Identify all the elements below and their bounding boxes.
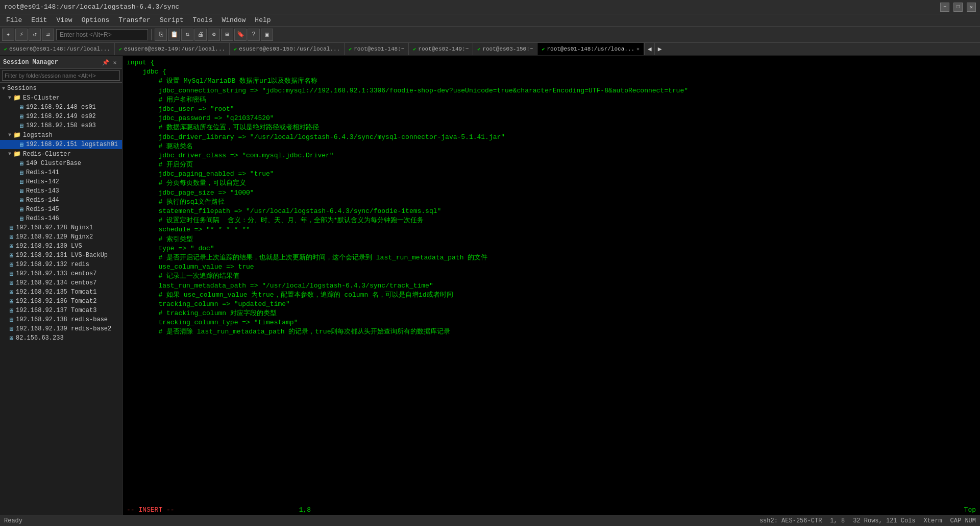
session-redis144[interactable]: 🖥 Redis-144 xyxy=(0,196,122,205)
centos7b-label: 192.168.92.134 centos7 xyxy=(16,279,96,286)
session-es01[interactable]: 🖥 192.168.92.148 es01 xyxy=(0,103,122,112)
toolbar-print-btn[interactable]: 🖨 xyxy=(194,29,207,41)
es02-icon: 🖥 xyxy=(18,113,24,120)
redis-base2-icon: 🖥 xyxy=(8,326,14,332)
session-tomcat1[interactable]: 🖥 192.168.92.135 Tomcat1 xyxy=(0,288,122,297)
terminal-content[interactable]: input { jdbc { # 设置 MySql/MariaDB 数据库url… xyxy=(122,56,980,505)
sidebar: Session Manager 📌 ✕ ▼ Sessions ▼ 📁 ES-Cl… xyxy=(0,56,122,515)
toolbar-flash-btn[interactable]: ⚡ xyxy=(15,29,28,41)
toolbar-connect-btn[interactable]: ⇄ xyxy=(42,29,54,41)
toolbar: ✦ ⚡ ↺ ⇄ ⎘ 📋 ⇅ 🖨 ⚙ ⊞ 🔖 ? ▣ xyxy=(0,27,980,43)
session-nginx1[interactable]: 🖥 192.168.92.128 Nginx1 xyxy=(0,223,122,232)
redis-base2-label: 192.168.92.139 redis-base2 xyxy=(16,325,111,332)
toolbar-copy-btn[interactable]: ⎘ xyxy=(155,29,167,41)
sessions-arrow: ▼ xyxy=(2,86,5,91)
menu-file[interactable]: File xyxy=(2,15,26,25)
menu-window[interactable]: Window xyxy=(218,15,250,25)
redis145-icon: 🖥 xyxy=(18,206,24,213)
group-logstash[interactable]: ▼ 📁 logstash xyxy=(0,130,122,140)
tab-scroll-left[interactable]: ◀ xyxy=(644,43,654,55)
maximize-button[interactable]: □ xyxy=(953,3,963,12)
82-icon: 🖥 xyxy=(8,335,14,342)
tab-1[interactable]: ✔ esuser6@es02-149:/usr/local... xyxy=(115,43,230,55)
toolbar-icon-group-left: ✦ ⚡ ↺ ⇄ xyxy=(2,29,54,41)
toolbar-extra-btn[interactable]: ▣ xyxy=(261,29,273,41)
session-centos7a[interactable]: 🖥 192.168.92.133 centos7 xyxy=(0,269,122,278)
session-lvs-backup[interactable]: 🖥 192.168.92.131 LVS-BackUp xyxy=(0,251,122,260)
group-es-cluster[interactable]: ▼ 📁 ES-Cluster xyxy=(0,93,122,103)
session-redis145[interactable]: 🖥 Redis-145 xyxy=(0,205,122,214)
toolbar-settings-btn[interactable]: ⚙ xyxy=(208,29,220,41)
menu-tools[interactable]: Tools xyxy=(189,15,217,25)
session-logstash01[interactable]: 🖥 192.168.92.151 logstash01 xyxy=(0,140,122,149)
session-redis143[interactable]: 🖥 Redis-143 xyxy=(0,186,122,196)
nginx1-icon: 🖥 xyxy=(8,225,14,231)
session-es03[interactable]: 🖥 192.168.92.150 es03 xyxy=(0,121,122,130)
centos7a-label: 192.168.92.133 centos7 xyxy=(16,270,96,277)
term-line-20: type => "_doc" xyxy=(127,244,976,253)
session-tomcat3[interactable]: 🖥 192.168.92.137 Tomcat3 xyxy=(0,306,122,315)
toolbar-sftp-btn[interactable]: ⇅ xyxy=(181,29,193,41)
ssh-info: ssh2: AES-256-CTR xyxy=(760,517,822,524)
redis-icon: 🖥 xyxy=(8,261,14,268)
session-lvs[interactable]: 🖥 192.168.92.130 LVS xyxy=(0,242,122,251)
session-es02[interactable]: 🖥 192.168.92.149 es02 xyxy=(0,112,122,121)
session-82[interactable]: 🖥 82.156.63.233 xyxy=(0,333,122,343)
tab-3[interactable]: ✔ root@es01-148:~ xyxy=(345,43,409,55)
term-line-5: jdbc_user => "root" xyxy=(127,105,976,114)
menu-script[interactable]: Script xyxy=(156,15,188,25)
sessions-root[interactable]: ▼ Sessions xyxy=(0,84,122,93)
sidebar-pin-btn[interactable]: 📌 xyxy=(102,58,110,66)
menu-options[interactable]: Options xyxy=(78,15,114,25)
group-redis-cluster[interactable]: ▼ 📁 Redis-Cluster xyxy=(0,149,122,159)
lvs-label: 192.168.92.130 LVS xyxy=(16,243,82,250)
session-redis-base2[interactable]: 🖥 192.168.92.139 redis-base2 xyxy=(0,324,122,333)
term-line-23: # 记录上一次追踪的结果值 xyxy=(127,272,976,281)
redis-cluster-folder-icon: 📁 xyxy=(13,150,21,158)
toolbar-bookmark-btn[interactable]: 🔖 xyxy=(234,29,247,41)
tab-5[interactable]: ✔ root@es03-150:~ xyxy=(473,43,537,55)
host-input[interactable] xyxy=(56,29,148,40)
minimize-button[interactable]: − xyxy=(940,3,949,12)
toolbar-layout-btn[interactable]: ⊞ xyxy=(221,29,233,41)
term-line-12: jdbc_paging_enabled => "true" xyxy=(127,170,976,179)
session-140[interactable]: 🖥 140 ClusterBase xyxy=(0,159,122,168)
toolbar-paste-btn[interactable]: 📋 xyxy=(168,29,180,41)
menu-edit[interactable]: Edit xyxy=(27,15,51,25)
menu-transfer[interactable]: Transfer xyxy=(114,15,154,25)
tab-close-6[interactable]: ✕ xyxy=(636,46,640,52)
82-label: 82.156.63.233 xyxy=(16,334,64,342)
sidebar-close-btn[interactable]: ✕ xyxy=(111,58,119,66)
session-tomcat2[interactable]: 🖥 192.168.92.136 Tomcat2 xyxy=(0,297,122,306)
session-redis146[interactable]: 🖥 Redis-146 xyxy=(0,214,122,223)
close-button[interactable]: ✕ xyxy=(967,3,976,12)
filter-input[interactable] xyxy=(2,70,120,81)
tab-6[interactable]: ✔ root@es01-148:/usr/loca... ✕ xyxy=(537,43,644,55)
session-redis-base[interactable]: 🖥 192.168.92.138 redis-base xyxy=(0,315,122,324)
es-cluster-label: ES-Cluster xyxy=(23,94,60,102)
term-line-26: tracking_column => "updated_time" xyxy=(127,300,976,309)
menu-view[interactable]: View xyxy=(52,15,76,25)
tomcat3-icon: 🖥 xyxy=(8,307,14,314)
redis143-icon: 🖥 xyxy=(18,188,24,195)
terminal[interactable]: input { jdbc { # 设置 MySql/MariaDB 数据库url… xyxy=(122,56,980,515)
tab-scroll-right[interactable]: ▶ xyxy=(654,43,665,55)
tabs-bar: ✔ esuser6@es01-148:/usr/local... ✔ esuse… xyxy=(0,43,980,56)
nginx2-label: 192.168.92.129 Nginx2 xyxy=(16,233,93,241)
term-line-25: # 如果 use_column_value 为true，配置本参数，追踪的 co… xyxy=(127,291,976,300)
session-redis142[interactable]: 🖥 Redis-142 xyxy=(0,177,122,186)
session-redis141[interactable]: 🖥 Redis-141 xyxy=(0,168,122,177)
session-centos7b[interactable]: 🖥 192.168.92.134 centos7 xyxy=(0,278,122,288)
tab-4[interactable]: ✔ root@es02-149:~ xyxy=(409,43,473,55)
session-nginx2[interactable]: 🖥 192.168.92.129 Nginx2 xyxy=(0,232,122,242)
toolbar-help-btn[interactable]: ? xyxy=(248,29,260,41)
tab-0[interactable]: ✔ esuser6@es01-148:/usr/local... xyxy=(0,43,115,55)
toolbar-refresh-btn[interactable]: ↺ xyxy=(29,29,41,41)
toolbar-new-btn[interactable]: ✦ xyxy=(2,29,14,41)
session-redis[interactable]: 🖥 192.168.92.132 redis xyxy=(0,260,122,269)
menu-help[interactable]: Help xyxy=(251,15,275,25)
tab-2[interactable]: ✔ esuser6@es03-150:/usr/local... xyxy=(230,43,345,55)
term-line-27: # tracking_column 对应字段的类型 xyxy=(127,309,976,318)
logstash01-label: 192.168.92.151 logstash01 xyxy=(26,141,118,148)
redis142-label: Redis-142 xyxy=(26,178,59,185)
